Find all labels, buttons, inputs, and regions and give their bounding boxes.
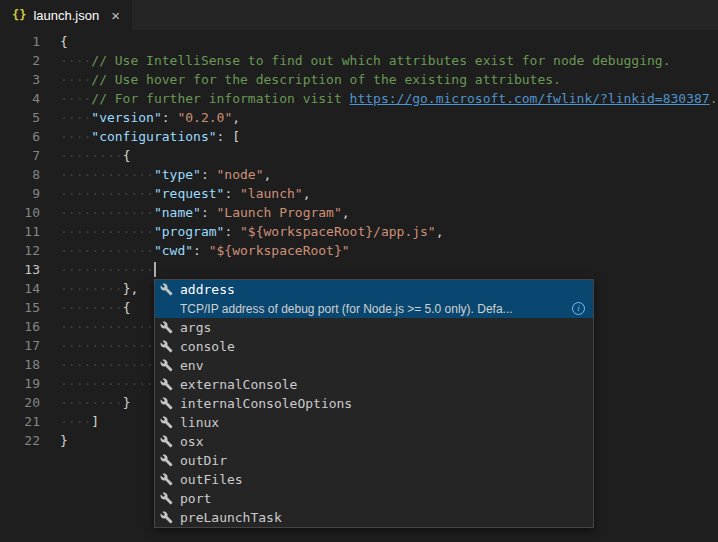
code-token: , <box>342 205 350 220</box>
code-line[interactable]: 2····// Use IntelliSense to find out whi… <box>0 51 718 70</box>
suggest-widget: addressTCP/IP address of debug port (for… <box>154 279 594 528</box>
line-number: 12 <box>0 241 40 260</box>
code-token: "launch" <box>240 186 303 201</box>
suggestion-osx[interactable]: osx <box>155 432 593 451</box>
code-token: : <box>224 186 240 201</box>
suggestion-args[interactable]: args <box>155 318 593 337</box>
code-line[interactable]: 4····// For further information visit ht… <box>0 89 718 108</box>
code-line[interactable]: 5····"version": "0.2.0", <box>0 108 718 127</box>
line-number: 8 <box>0 165 40 184</box>
code-token: ········ <box>60 148 123 163</box>
code-token: { <box>60 34 68 49</box>
suggestion-linux[interactable]: linux <box>155 413 593 432</box>
line-content: ············"type": "node", <box>60 165 271 184</box>
code-line[interactable]: 1{ <box>0 32 718 51</box>
line-content: ····"configurations": [ <box>60 127 240 146</box>
code-line[interactable]: 13············ <box>0 260 718 279</box>
line-number: 16 <box>0 317 40 336</box>
code-token: "cwd" <box>154 243 193 258</box>
suggestion-detail: TCP/IP address of debug port (for Node.j… <box>155 299 593 318</box>
code-line[interactable]: 9············"request": "launch", <box>0 184 718 203</box>
suggestion-internalConsoleOptions[interactable]: internalConsoleOptions <box>155 394 593 413</box>
line-content: ············"program": "${workspaceRoot}… <box>60 222 444 241</box>
close-tab-icon[interactable]: × <box>111 8 120 23</box>
suggestion-outDir[interactable]: outDir <box>155 451 593 470</box>
suggestion-port[interactable]: port <box>155 489 593 508</box>
code-token: } <box>123 395 131 410</box>
code-token: ············ <box>60 262 154 277</box>
code-token: ] <box>91 414 99 429</box>
suggestion-label: outDir <box>180 453 227 468</box>
code-line[interactable]: 12············"cwd": "${workspaceRoot}" <box>0 241 718 260</box>
code-token: } <box>60 433 68 448</box>
tab-launch-json[interactable]: {} launch.json × <box>0 0 132 30</box>
line-content: ····// For further information visit htt… <box>60 89 717 108</box>
code-token: : <box>193 243 209 258</box>
info-icon[interactable]: i <box>572 302 585 315</box>
line-content: ············"cwd": "${workspaceRoot}" <box>60 241 350 260</box>
code-token: ···· <box>60 129 91 144</box>
line-number: 15 <box>0 298 40 317</box>
suggestion-label: console <box>180 339 235 354</box>
property-wrench-icon <box>160 473 176 487</box>
suggestion-detail-text: TCP/IP address of debug port (for Node.j… <box>180 302 566 316</box>
code-token: "Launch Program" <box>217 205 342 220</box>
line-number: 2 <box>0 51 40 70</box>
line-content: ············ <box>60 336 154 355</box>
suggestion-address[interactable]: address <box>155 280 593 299</box>
code-token: "program" <box>154 224 224 239</box>
line-content: ············ <box>60 260 156 279</box>
property-wrench-icon <box>160 492 176 506</box>
code-token: . <box>710 91 718 106</box>
suggestion-preLaunchTask[interactable]: preLaunchTask <box>155 508 593 527</box>
code-token: ············ <box>60 338 154 353</box>
line-number: 4 <box>0 89 40 108</box>
line-content: ········{ <box>60 298 130 317</box>
code-token: // Use hover for the description of the … <box>91 72 561 87</box>
property-wrench-icon <box>160 435 176 449</box>
line-content: ····] <box>60 412 99 431</box>
suggestion-label: internalConsoleOptions <box>180 396 352 411</box>
line-number: 17 <box>0 336 40 355</box>
code-line[interactable]: 7········{ <box>0 146 718 165</box>
code-token: ············ <box>60 243 154 258</box>
code-line[interactable]: 8············"type": "node", <box>0 165 718 184</box>
code-line[interactable]: 10············"name": "Launch Program", <box>0 203 718 222</box>
suggestion-env[interactable]: env <box>155 356 593 375</box>
line-number: 20 <box>0 393 40 412</box>
suggestion-label: osx <box>180 434 203 449</box>
property-wrench-icon <box>160 454 176 468</box>
line-content: ············ <box>60 355 154 374</box>
code-token: { <box>123 148 131 163</box>
code-token: "name" <box>154 205 201 220</box>
suggestion-label: address <box>180 282 235 297</box>
code-token: , <box>232 110 240 125</box>
suggestion-label: args <box>180 320 211 335</box>
suggestion-console[interactable]: console <box>155 337 593 356</box>
code-token: , <box>264 167 272 182</box>
suggestion-label: env <box>180 358 203 373</box>
code-token: ···· <box>60 110 91 125</box>
code-line[interactable]: 3····// Use hover for the description of… <box>0 70 718 89</box>
suggestion-externalConsole[interactable]: externalConsole <box>155 375 593 394</box>
code-token: ············ <box>60 376 154 391</box>
code-line[interactable]: 11············"program": "${workspaceRoo… <box>0 222 718 241</box>
code-line[interactable]: 6····"configurations": [ <box>0 127 718 146</box>
code-token: ········ <box>60 281 123 296</box>
code-token: "node" <box>217 167 264 182</box>
suggestion-label: externalConsole <box>180 377 297 392</box>
property-wrench-icon <box>160 340 176 354</box>
line-content: ············ <box>60 317 154 336</box>
suggestion-outFiles[interactable]: outFiles <box>155 470 593 489</box>
line-content: { <box>60 32 68 51</box>
code-editor[interactable]: 1{2····// Use IntelliSense to find out w… <box>0 30 718 542</box>
json-file-icon: {} <box>12 8 26 22</box>
comment-link[interactable]: https://go.microsoft.com/fwlink/?linkid=… <box>350 91 710 106</box>
code-token: ············ <box>60 319 154 334</box>
line-number: 10 <box>0 203 40 222</box>
code-token: "${workspaceRoot}/app.js" <box>240 224 436 239</box>
property-wrench-icon <box>160 359 176 373</box>
tab-bar: {} launch.json × <box>0 0 718 30</box>
line-content: ····// Use IntelliSense to find out whic… <box>60 51 671 70</box>
code-token: : <box>224 224 240 239</box>
